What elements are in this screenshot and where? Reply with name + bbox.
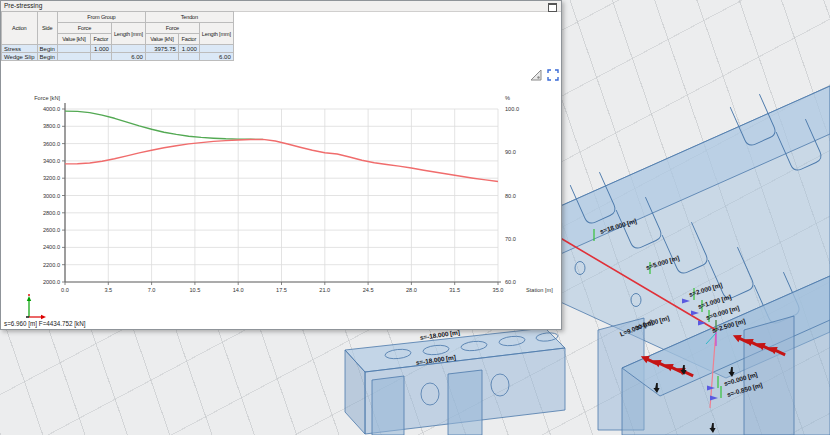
cell-fg-factor[interactable] [90, 53, 111, 61]
y-tick-label-right: 70.0 [505, 236, 516, 242]
pier-left-1 [372, 376, 404, 435]
table-row: Stress Begin 1.000 3975.75 1.000 [2, 45, 234, 53]
y-tick-label-left: 2400.0 [43, 244, 60, 250]
x-axis-title: Station [m] [526, 287, 553, 293]
zoom-window-icon[interactable] [547, 67, 559, 79]
x-tick-label: 28.0 [406, 287, 417, 293]
y-tick-label-left: 2800.0 [43, 210, 60, 216]
pre-stressing-dialog: Pre-stressing Action Side From Group Ten… [0, 0, 562, 330]
y-tick-label-left: 2000.0 [43, 279, 60, 285]
cell-fg-length[interactable] [111, 45, 145, 53]
pre-stressing-table: Action Side From Group Tendon Force Leng… [1, 11, 234, 61]
cell-fg-length[interactable]: 6.00 [111, 53, 145, 61]
table-row: Wedge Slip Begin 6.00 6.00 [2, 53, 234, 61]
axis-origin-icon [21, 293, 49, 321]
col-length: Length [mm] [199, 23, 233, 45]
y-tick-label-left: 4000.0 [43, 106, 60, 112]
x-tick-label: 10.5 [189, 287, 200, 293]
y-tick-label-right: 60.0 [505, 279, 516, 285]
x-tick-label: 17.5 [276, 287, 287, 293]
cell-t-length[interactable]: 6.00 [199, 53, 233, 61]
col-factor: Factor [178, 34, 199, 45]
maximize-icon[interactable] [548, 3, 557, 12]
cell-fg-value[interactable] [57, 53, 90, 61]
dialog-title: Pre-stressing [4, 2, 42, 9]
y-tick-label-left: 2200.0 [43, 262, 60, 268]
y-tick-label-left: 3200.0 [43, 175, 60, 181]
col-action: Action [2, 12, 38, 45]
y-tick-label-right: 100.0 [505, 106, 519, 112]
series-force-after-stressing [65, 111, 263, 139]
col-length: Length [mm] [111, 23, 145, 45]
y-tick-label-left: 3000.0 [43, 193, 60, 199]
col-value: Value [kN] [145, 34, 178, 45]
series-final-tendon-force [65, 139, 498, 181]
col-factor: Factor [90, 34, 111, 45]
cell-t-value[interactable]: 3975.75 [145, 45, 178, 53]
cell-action[interactable]: Wedge Slip [2, 53, 38, 61]
col-side: Side [37, 12, 57, 45]
col-force: Force [145, 23, 199, 34]
cell-t-value[interactable] [145, 53, 178, 61]
col-force: Force [57, 23, 111, 34]
cell-action[interactable]: Stress [2, 45, 38, 53]
y-axis-title-right: % [505, 95, 510, 101]
y-tick-label-right: 90.0 [505, 149, 516, 155]
cell-t-factor[interactable]: 1.000 [178, 45, 199, 53]
x-tick-label: 31.5 [449, 287, 460, 293]
cell-t-length[interactable] [199, 45, 233, 53]
y-tick-label-left: 3600.0 [43, 141, 60, 147]
y-axis-title-left: Force [kN] [34, 95, 60, 101]
measure-icon[interactable] [530, 67, 542, 79]
x-tick-label: 21.0 [319, 287, 330, 293]
y-tick-label-right: 80.0 [505, 193, 516, 199]
cell-t-factor[interactable] [178, 53, 199, 61]
group-from-group: From Group [57, 12, 145, 23]
x-tick-label: 7.0 [148, 287, 156, 293]
x-tick-label: 0.0 [61, 287, 69, 293]
cell-fg-factor[interactable]: 1.000 [90, 45, 111, 53]
x-tick-label: 24.5 [363, 287, 374, 293]
y-tick-label-left: 2600.0 [43, 227, 60, 233]
y-tick-label-left: 3400.0 [43, 158, 60, 164]
pier-left-2 [448, 370, 482, 435]
cell-side[interactable]: Begin [37, 53, 57, 61]
x-tick-label: 14.0 [233, 287, 244, 293]
x-tick-label: 3.5 [104, 287, 112, 293]
cursor-readout: s=6.960 [m] F=4434.752 [kN] [4, 320, 86, 327]
group-tendon: Tendon [145, 12, 233, 23]
col-value: Value [kN] [57, 34, 90, 45]
y-tick-label-left: 3800.0 [43, 123, 60, 129]
cell-fg-value[interactable] [57, 45, 90, 53]
cell-side[interactable]: Begin [37, 45, 57, 53]
x-tick-label: 35.0 [493, 287, 504, 293]
